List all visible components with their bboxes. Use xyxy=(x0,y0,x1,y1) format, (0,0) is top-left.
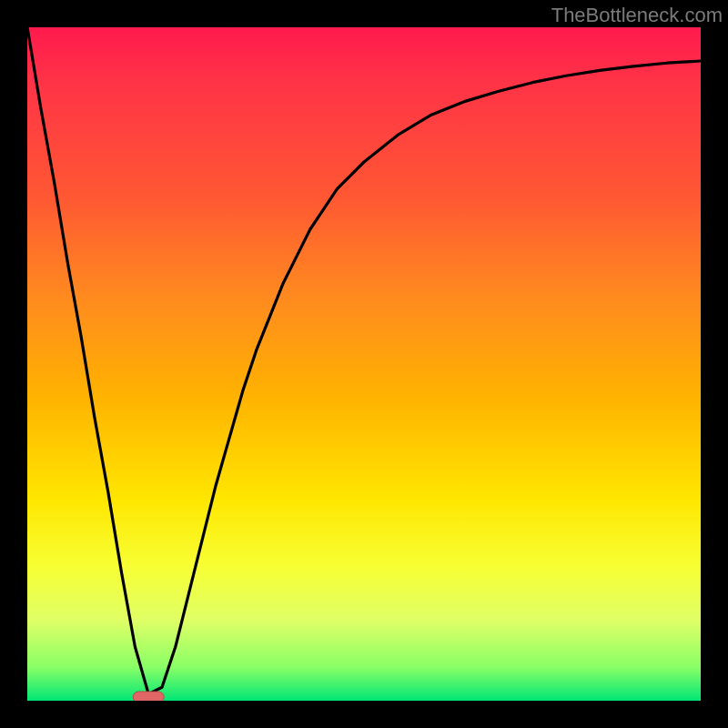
plot-area xyxy=(27,27,701,701)
curve-svg xyxy=(27,27,701,701)
watermark-text: TheBottleneck.com xyxy=(551,4,723,27)
chart-frame: TheBottleneck.com xyxy=(0,0,728,728)
bottleneck-curve xyxy=(27,27,701,694)
minimum-marker xyxy=(133,692,164,701)
